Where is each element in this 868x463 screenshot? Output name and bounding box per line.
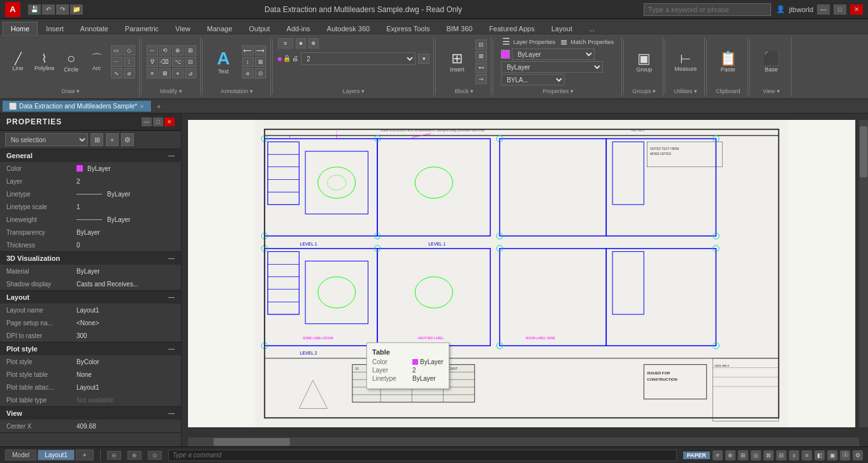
transparency-prop-value[interactable]: ByLayer [76, 229, 100, 236]
tab-annotate[interactable]: Annotate [72, 22, 117, 35]
selection-selector[interactable]: No selection [5, 133, 88, 146]
modify-2[interactable]: ⟲ [159, 45, 171, 55]
toggle-props-btn[interactable]: ⊞ [90, 133, 103, 146]
layer-props-btn[interactable]: ≡ [278, 38, 293, 48]
plotstyle-header[interactable]: Plot style — [0, 342, 181, 355]
layer-state-btn[interactable]: ★ [296, 38, 306, 48]
base-tool[interactable]: ⬛ Base [755, 50, 787, 74]
layout1-tab[interactable]: Layout1 [38, 450, 75, 460]
tab-manage[interactable]: Manage [199, 22, 241, 35]
ann-3[interactable]: ↕ [242, 57, 254, 67]
undo-btn[interactable]: ↶ [42, 4, 55, 15]
tab-parametric[interactable]: Parametric [117, 22, 167, 35]
draw-extra-5[interactable]: ∿ [111, 68, 122, 78]
modify-8[interactable]: ⊟ [185, 57, 196, 67]
zoom-fit-btn[interactable]: ⊙ [148, 451, 162, 460]
search-input[interactable] [644, 3, 771, 16]
shadow-prop-value[interactable]: Casts and Receives... [76, 281, 138, 288]
snap-icon[interactable]: ⊕ [725, 450, 735, 460]
otrack-icon[interactable]: ⊟ [776, 450, 786, 460]
canvas-area[interactable]: Data Extraction and Multileaders Sample.… [182, 114, 868, 446]
circle-tool[interactable]: ○ Circle [60, 50, 83, 74]
modify-1[interactable]: ↔ [147, 45, 158, 55]
redo-btn[interactable]: ↷ [56, 4, 69, 15]
zoom-plus-btn[interactable]: ⊕ [127, 451, 141, 460]
modify-5[interactable]: ∇ [147, 57, 158, 67]
osnap-icon[interactable]: ⊠ [763, 450, 774, 460]
plotstyle-prop-value[interactable]: ByColor [76, 358, 99, 365]
modify-12[interactable]: ⊿ [185, 68, 196, 78]
panel-close-btn[interactable]: ✕ [164, 117, 175, 126]
linetype-dropdown[interactable]: ByLayer [501, 61, 603, 73]
lineweight-dropdown[interactable]: BYLA... [501, 74, 565, 85]
doc-tab-main[interactable]: ⬜ Data Extraction and Multileaders Sampl… [3, 101, 152, 112]
layer-freeze-btn[interactable]: ❄ [308, 38, 319, 48]
group-tool[interactable]: ▣ Group [633, 50, 656, 74]
linetype-prop-value[interactable]: ByLayer [76, 191, 131, 198]
plot-table-attach-value[interactable]: Layout1 [76, 384, 99, 391]
draw-extra-1[interactable]: ▭ [111, 45, 122, 55]
ann-4[interactable]: ⊠ [255, 57, 266, 67]
block-extra-3[interactable]: ⊷ [475, 62, 487, 73]
drawing-canvas[interactable]: Data Extraction and Multileaders Sample.… [188, 120, 855, 427]
lweight-prop-value[interactable]: ByLayer [76, 216, 131, 223]
quick-access-btn[interactable]: 💾 [28, 4, 41, 15]
layoutname-prop-value[interactable]: Layout1 [76, 307, 99, 314]
selection-icon[interactable]: ▣ [827, 450, 837, 460]
tab-addins[interactable]: Add-ins [278, 22, 319, 35]
block-extra-2[interactable]: ⊠ [475, 51, 487, 61]
view-header[interactable]: View — [0, 407, 181, 420]
polyline-tool[interactable]: ⌇ Polyline [32, 52, 57, 73]
match-properties-tool[interactable]: ≣ Match Properties [559, 36, 615, 47]
transparency-icon[interactable]: ◧ [814, 450, 825, 460]
open-btn[interactable]: 📁 [70, 4, 83, 15]
tab-autodesk360[interactable]: Autodesk 360 [319, 22, 378, 35]
doc-tab-close[interactable]: ✕ [140, 103, 145, 110]
layout-header[interactable]: Layout — [0, 291, 181, 304]
tab-home[interactable]: Home [3, 22, 38, 35]
tab-express[interactable]: Express Tools [378, 22, 438, 35]
modify-7[interactable]: ⌥ [172, 57, 184, 67]
lineweight-icon[interactable]: ≡ [802, 450, 812, 460]
ltscale-prop-value[interactable]: 1 [76, 203, 80, 210]
vertical-scrollbar[interactable] [859, 120, 868, 427]
block-extra-4[interactable]: ⊸ [475, 74, 487, 84]
add-filter-btn[interactable]: + [106, 133, 119, 146]
paste-tool[interactable]: 📋 Paste [712, 50, 744, 74]
model-tab[interactable]: Model [5, 450, 36, 460]
annotation-icon[interactable]: Ⓐ [840, 450, 850, 460]
tab-view[interactable]: View [167, 22, 199, 35]
draw-extra-4[interactable]: ⋮ [124, 57, 135, 67]
tab-output[interactable]: Output [241, 22, 278, 35]
text-tool[interactable]: A Text [208, 48, 240, 76]
layer-properties-tool[interactable]: ☰ Layer Properties [501, 36, 556, 47]
settings-btn[interactable]: ⚙ [121, 133, 134, 146]
plotstyle-table-prop-value[interactable]: None [76, 371, 92, 378]
material-prop-value[interactable]: ByLayer [76, 268, 100, 275]
ann-1[interactable]: ⟵ [242, 45, 254, 55]
color-prop-value[interactable]: ByLayer [76, 165, 111, 172]
insert-tool[interactable]: ⊞ Insert [441, 50, 473, 74]
draw-extra-2[interactable]: ◇ [124, 45, 135, 55]
add-layout-tab[interactable]: + [76, 450, 94, 460]
doc-tab-add[interactable]: + [152, 101, 166, 112]
tab-layout[interactable]: Layout [543, 22, 581, 35]
modify-4[interactable]: ⊞ [185, 45, 196, 55]
dynamic-icon[interactable]: ± [789, 450, 799, 460]
maximize-btn[interactable]: □ [834, 4, 846, 15]
measure-tool[interactable]: ⊢ Measure [672, 51, 699, 73]
ann-2[interactable]: ⟶ [255, 45, 266, 55]
layer-dropdown-btn[interactable]: ▾ [418, 54, 430, 64]
modify-3[interactable]: ⊕ [172, 45, 184, 55]
thickness-prop-value[interactable]: 0 [76, 242, 80, 249]
ann-6[interactable]: ⊙ [255, 68, 266, 78]
h-scroll-thumb[interactable] [213, 438, 290, 446]
ann-5[interactable]: ⚹ [242, 68, 254, 78]
panel-restore-btn[interactable]: □ [153, 117, 163, 126]
horizontal-scrollbar[interactable] [188, 437, 859, 446]
tab-insert[interactable]: Insert [38, 22, 72, 35]
draw-extra-3[interactable]: ⋯ [111, 57, 122, 67]
color-dropdown[interactable]: ByLayer [512, 48, 595, 60]
tab-featured[interactable]: Featured Apps [481, 22, 543, 35]
tab-bim360[interactable]: BIM 360 [438, 22, 481, 35]
